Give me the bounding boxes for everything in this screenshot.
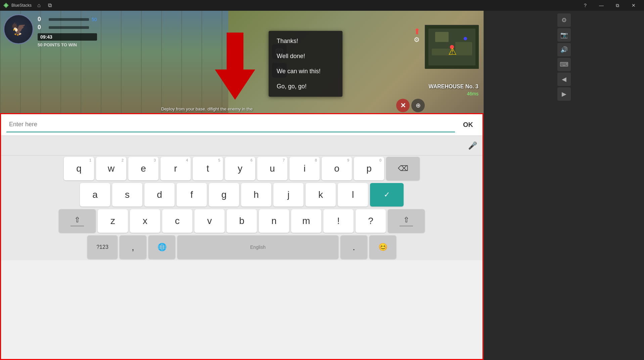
sidebar-btn-6[interactable]: ▶ xyxy=(557,87,571,101)
keyboard-container: OK 🎤 1q 2w 3e 4r 5t 6y 7u 8i 9o 0p ⌫ xyxy=(0,113,484,360)
key-question[interactable]: ? xyxy=(356,209,386,233)
key-comma[interactable]: , xyxy=(120,235,146,259)
key-r[interactable]: 4r xyxy=(160,157,191,180)
app-name-label: BlueStacks xyxy=(11,3,32,8)
shift-underline-right xyxy=(400,226,413,226)
latency-label: 46ms xyxy=(467,91,478,96)
key-exclamation[interactable]: ! xyxy=(323,209,354,233)
svg-marker-2 xyxy=(215,33,255,100)
keyboard-row-2: a s d f g h j k l ✓ xyxy=(1,182,482,208)
key-l[interactable]: l xyxy=(338,183,368,207)
key-k[interactable]: k xyxy=(306,183,336,207)
map-name-label: WAREHOUSE No. 3 xyxy=(429,84,478,90)
key-p[interactable]: 0p xyxy=(354,157,384,180)
key-n[interactable]: n xyxy=(259,209,289,233)
chat-option-thanks[interactable]: Thanks! xyxy=(269,34,342,49)
num-hint-7: 7 xyxy=(283,158,285,162)
key-t[interactable]: 5t xyxy=(193,157,223,180)
key-j[interactable]: j xyxy=(273,183,304,207)
score-target-label: 50 xyxy=(92,17,97,22)
num-hint-6: 6 xyxy=(250,158,252,162)
key-a[interactable]: a xyxy=(80,183,110,207)
chat-option-welldone[interactable]: Well done! xyxy=(269,49,342,64)
home-nav-button[interactable]: ⌂ xyxy=(34,1,44,10)
num-hint-3: 3 xyxy=(154,158,156,162)
title-bar: BlueStacks ⌂ ⧉ ? — ⧉ ✕ xyxy=(0,0,644,11)
key-shift-right[interactable]: ⇧ xyxy=(388,209,425,233)
key-shift-left[interactable]: ⇧ xyxy=(59,209,96,233)
key-s[interactable]: s xyxy=(112,183,142,207)
key-emoji[interactable]: 😊 xyxy=(369,235,396,259)
score-bar-bg-blue xyxy=(49,18,89,21)
num-hint-5: 5 xyxy=(218,158,220,162)
key-w[interactable]: 2w xyxy=(96,157,126,180)
svg-rect-12 xyxy=(455,42,472,55)
points-to-win-label: 50 POINTS TO WIN xyxy=(38,42,97,47)
chat-option-wecanwin[interactable]: We can win this! xyxy=(269,64,342,79)
key-period[interactable]: . xyxy=(340,235,367,259)
sidebar-btn-5[interactable]: ◀ xyxy=(557,73,571,86)
key-num-switch[interactable]: ?123 xyxy=(87,235,118,259)
help-button[interactable]: ? xyxy=(578,0,593,11)
key-g[interactable]: g xyxy=(209,183,239,207)
ok-button[interactable]: OK xyxy=(459,118,477,131)
key-x[interactable]: x xyxy=(130,209,160,233)
shift-underline-left xyxy=(71,226,84,226)
key-m[interactable]: m xyxy=(291,209,321,233)
text-input-field[interactable] xyxy=(6,117,455,132)
score-bar-bg-red xyxy=(49,26,89,29)
num-hint-2: 2 xyxy=(122,158,124,162)
num-hint-8: 8 xyxy=(315,158,317,162)
key-space[interactable]: English xyxy=(177,235,338,259)
key-i[interactable]: 8i xyxy=(289,157,320,180)
num-hint-9: 9 xyxy=(347,158,349,162)
key-v[interactable]: v xyxy=(194,209,225,233)
key-o[interactable]: 9o xyxy=(322,157,352,180)
sidebar-btn-4[interactable]: ⌨ xyxy=(557,58,571,71)
microphone-button[interactable]: 🎤 xyxy=(468,141,477,150)
key-h[interactable]: h xyxy=(241,183,271,207)
multi-instance-button[interactable]: ⧉ xyxy=(45,1,54,10)
sidebar-btn-2[interactable]: 📷 xyxy=(557,28,571,42)
num-hint-1: 1 xyxy=(89,158,91,162)
key-q[interactable]: 1q xyxy=(64,157,94,180)
window-controls: ? — ⧉ ✕ xyxy=(578,0,641,11)
key-y[interactable]: 6y xyxy=(225,157,255,180)
chat-menu: Thanks! Well done! We can win this! Go, … xyxy=(269,31,342,97)
map-close-button[interactable]: ✕ xyxy=(396,99,410,112)
minimize-button[interactable]: — xyxy=(594,0,609,11)
map-settings-icon[interactable]: ⚙ xyxy=(414,36,420,44)
sidebar-controls: ⚙ 📷 🔊 ⌨ ◀ ▶ xyxy=(484,11,644,103)
key-z[interactable]: z xyxy=(98,209,128,233)
sidebar-btn-3[interactable]: 🔊 xyxy=(557,43,571,56)
hud-top-left: 🦅 0 50 0 09:43 50 POINTS TO WIN xyxy=(3,14,97,47)
bluestacks-icon xyxy=(3,2,9,9)
key-u[interactable]: 7u xyxy=(257,157,287,180)
key-c[interactable]: c xyxy=(162,209,192,233)
score-area: 0 50 0 09:43 50 POINTS TO WIN xyxy=(38,14,97,47)
game-area: 🦅 0 50 0 09:43 50 POINTS TO WIN xyxy=(0,11,484,113)
team-logo-icon: 🦅 xyxy=(11,22,26,36)
key-backspace[interactable]: ⌫ xyxy=(386,157,420,180)
map-direction-icon: ⬆ xyxy=(414,27,420,36)
key-globe[interactable]: 🌐 xyxy=(148,235,175,259)
nav-buttons: ⌂ ⧉ xyxy=(34,1,54,10)
right-sidebar: ⚙ 📷 🔊 ⌨ ◀ ▶ xyxy=(484,11,644,360)
main-content: 🦅 0 50 0 09:43 50 POINTS TO WIN xyxy=(0,11,484,360)
close-button[interactable]: ✕ xyxy=(626,0,641,11)
key-e[interactable]: 3e xyxy=(128,157,158,180)
key-f[interactable]: f xyxy=(177,183,207,207)
key-enter[interactable]: ✓ xyxy=(370,183,404,207)
key-b[interactable]: b xyxy=(227,209,257,233)
deploy-instruction-text: Deploy from your base. dlfight the enemy… xyxy=(161,106,252,111)
sidebar-btn-1[interactable]: ⚙ xyxy=(557,13,571,27)
game-timer: 09:43 xyxy=(38,33,97,41)
red-arrow-container xyxy=(215,33,255,101)
app-logo: BlueStacks xyxy=(3,2,32,9)
key-d[interactable]: d xyxy=(144,183,175,207)
restore-button[interactable]: ⧉ xyxy=(610,0,625,11)
score-red: 0 xyxy=(38,24,46,31)
team-emblem: 🦅 xyxy=(3,14,34,44)
compass-button[interactable]: ⊕ xyxy=(411,99,425,112)
chat-option-gogo[interactable]: Go, go, go! xyxy=(269,79,342,94)
